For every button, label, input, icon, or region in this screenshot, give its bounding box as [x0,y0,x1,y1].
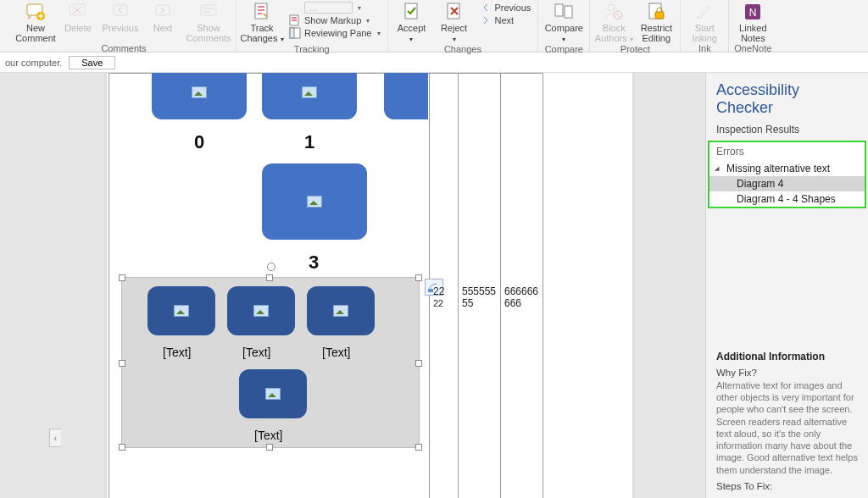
error-item-diagram4-shapes[interactable]: Diagram 4 - 4 Shapes [709,191,865,207]
new-comment-label: New Comment [15,23,56,43]
changes-group-label: Changes [392,44,535,56]
page: 0 1 3 [107,73,632,498]
block-authors-button[interactable]: Block Authors ▾ [593,0,634,44]
delete-comment-button[interactable]: Delete [58,0,98,33]
error-item-diagram4[interactable]: Diagram 4 [709,176,865,191]
text-label-d: [Text] [254,429,282,442]
smartart-shape-a[interactable] [147,286,215,335]
smartart-shape-d[interactable] [239,369,307,418]
label-3: 3 [309,252,319,274]
text-label-b: [Text] [242,346,270,359]
picture-placeholder-icon [192,86,207,98]
workspace: ‹ 0 1 3 [0,73,868,498]
why-fix-body: Alternative text for images and other ob… [716,379,858,476]
reject-button[interactable]: Reject▾ [434,0,475,44]
smartart-selection[interactable]: [Text] [Text] [Text] [Text] [121,277,420,448]
ribbon-group-changes: Accept▾ Reject▾ Previous Next Changes [388,0,539,53]
reviewing-pane-label: Reviewing Pane [304,28,372,38]
svg-rect-5 [201,5,216,15]
smartart-shape-extra[interactable] [384,73,428,119]
ink-icon [694,2,715,22]
cell-c3: 666666666 [504,285,538,309]
svg-rect-3 [114,5,127,15]
previous-comment-button[interactable]: Previous [100,0,141,33]
label-0: 0 [194,131,204,153]
text-label-c: [Text] [322,346,350,359]
changes-next-button[interactable]: Next [476,14,535,26]
document-area[interactable]: ‹ 0 1 3 [0,73,705,498]
ribbon: New Comment Delete Previous Next Show Co… [0,0,868,53]
reviewing-pane-button[interactable]: Reviewing Pane▾ [286,27,384,39]
show-markup-button[interactable]: Show Markup▾ [286,14,384,26]
restrict-editing-button[interactable]: Restrict Editing [636,0,676,43]
ribbon-group-ink: Start Inking Ink [681,0,729,53]
linked-notes-button[interactable]: N Linked Notes [732,0,773,43]
cell-c1: 22 [433,285,444,297]
compare-button[interactable]: Compare▾ [542,0,586,44]
comments-group-label: Comments [15,43,232,55]
accessibility-checker-pane: Accessibility Checker Inspection Results… [705,73,868,498]
picture-placeholder-icon [307,196,322,208]
info-header: Additional Information [716,351,858,362]
delete-label: Delete [64,23,92,33]
word-table[interactable]: 0 1 3 [108,73,543,498]
onenote-group-label: OneNote [732,43,773,55]
track-changes-icon [252,2,272,22]
picture-placeholder-icon [174,305,189,317]
message-bar-text: our computer. [5,58,62,68]
steps-header: Steps To Fix: [716,481,858,491]
new-comment-icon [25,2,46,22]
svg-text:N: N [749,7,757,19]
svg-rect-12 [405,3,417,19]
ribbon-group-protect: Block Authors ▾ Restrict Editing Protect [590,0,681,53]
svg-rect-14 [555,4,563,16]
previous-label: Previous [103,23,139,33]
picture-placeholder-icon [302,86,317,98]
pane-subtitle: Inspection Results [706,120,868,141]
why-fix-header: Why Fix? [716,368,858,378]
picture-placeholder-icon [333,305,348,317]
block-authors-label: Block Authors ▾ [593,23,634,44]
reviewing-pane-icon [289,27,301,39]
onenote-icon: N [743,2,763,22]
label-1: 1 [304,131,314,153]
next-icon [153,2,173,22]
markup-dropdown[interactable]: …▾ [286,2,384,14]
block-authors-icon [604,2,624,22]
ribbon-group-onenote: N Linked Notes OneNote [729,0,776,53]
picture-placeholder-icon [253,305,269,317]
show-comments-label: Show Comments [185,23,232,43]
smartart-shape-1[interactable] [262,73,357,119]
save-button[interactable]: Save [69,56,115,69]
compare-label: Compare▾ [545,23,583,44]
new-comment-button[interactable]: New Comment [15,0,56,43]
smartart-shape-b[interactable] [227,286,295,335]
text-label-a: [Text] [163,346,191,359]
previous-icon [110,2,131,22]
next-comment-button[interactable]: Next [142,0,183,33]
reject-icon [444,2,465,22]
changes-previous-button[interactable]: Previous [476,2,535,14]
ribbon-group-comments: New Comment Delete Previous Next Show Co… [12,0,236,53]
ink-group-label: Ink [684,43,725,55]
restrict-editing-label: Restrict Editing [636,23,676,43]
show-markup-icon [289,14,301,26]
track-changes-button[interactable]: Track Changes ▾ [240,0,284,44]
smartart-shape-3[interactable] [262,163,367,240]
accept-button[interactable]: Accept▾ [392,0,432,44]
start-inking-button[interactable]: Start Inking [684,0,725,43]
smartart-shape-0[interactable] [152,73,247,119]
svg-rect-19 [655,12,664,19]
start-inking-label: Start Inking [684,23,725,43]
accept-label: Accept▾ [398,23,426,44]
show-comments-icon [198,2,219,22]
show-comments-button[interactable]: Show Comments [185,0,232,43]
svg-rect-6 [203,8,214,9]
cell-c2: 55555555 [462,285,496,309]
picture-placeholder-icon [265,388,281,400]
error-category-missing-alt[interactable]: Missing alternative text [709,161,865,176]
ribbon-group-compare: Compare▾ Compare [538,0,590,53]
compare-group-label: Compare [542,44,586,56]
smartart-shape-c[interactable] [307,286,375,335]
smartart-text-pane-toggle[interactable]: ‹ [49,429,61,447]
